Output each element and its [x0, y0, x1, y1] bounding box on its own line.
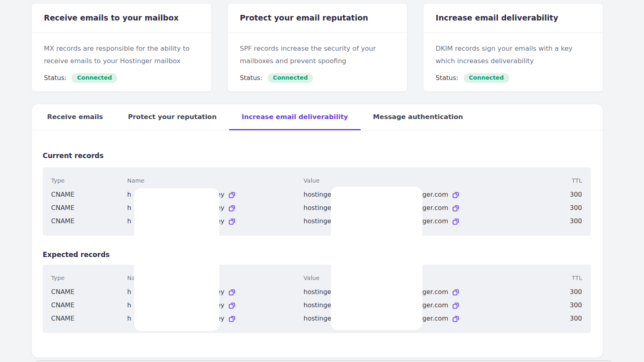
table-row: CNAME h ey hostinge ger.com 300: [51, 312, 582, 325]
record-name-prefix: h: [127, 217, 131, 225]
card-description: SPF records increase the security of you…: [240, 42, 395, 67]
record-value-suffix: ger.com: [422, 217, 448, 225]
record-type: CNAME: [51, 288, 127, 296]
table-row: CNAME h ey hostinge ger.com 300: [51, 214, 582, 228]
record-name-prefix: h: [127, 204, 131, 212]
table-header-row: Type Name Value TTL: [51, 177, 582, 184]
status-badge: Connected: [464, 73, 509, 83]
table-row: CNAME h ey hostinge ger.com 300: [51, 201, 582, 214]
summary-card-receive-emails: Receive emails to your mailbox MX record…: [31, 3, 212, 92]
record-ttl: 300: [550, 288, 582, 296]
status-row: Status: Connected: [240, 73, 395, 83]
current-records-table: Type Name Value TTL CNAME h ey hostinge: [43, 167, 591, 236]
card-body: SPF records increase the security of you…: [228, 33, 407, 83]
column-header-ttl: TTL: [550, 177, 582, 184]
record-ttl: 300: [550, 191, 582, 198]
bottom-divider: [36, 360, 611, 361]
table-row: CNAME h ey hostinge ger.com 300: [51, 188, 582, 201]
status-row: Status: Connected: [436, 73, 591, 83]
record-value-suffix: ger.com: [422, 191, 448, 198]
copy-icon[interactable]: [228, 217, 236, 225]
copy-icon[interactable]: [452, 191, 460, 199]
record-value-suffix: ger.com: [422, 288, 448, 296]
expected-records-table: Type Name Value TTL CNAME h ey hostinge: [43, 265, 591, 333]
column-header-name: Name: [127, 177, 303, 184]
record-ttl: 300: [550, 204, 582, 212]
record-value-suffix: ger.com: [422, 204, 448, 212]
tab-panel-content: Current records Type Name Value TTL CNAM…: [32, 152, 603, 333]
record-value-prefix: hostinge: [303, 288, 331, 296]
status-row: Status: Connected: [44, 73, 199, 83]
tab-receive-emails[interactable]: Receive emails: [35, 104, 116, 130]
column-header-value: Value: [303, 177, 550, 184]
record-value-prefix: hostinge: [303, 191, 331, 198]
record-type: CNAME: [51, 301, 127, 309]
summary-card-email-deliverability: Increase email deliverability DKIM recor…: [423, 3, 603, 92]
record-value-prefix: hostinge: [303, 315, 331, 322]
record-value-suffix: ger.com: [422, 315, 448, 322]
email-dns-settings-page: Receive emails to your mailbox MX record…: [0, 0, 644, 362]
redaction-overlay-value: [331, 187, 422, 330]
summary-card-email-reputation: Protect your email reputation SPF record…: [227, 3, 408, 92]
summary-cards-row: Receive emails to your mailbox MX record…: [31, 3, 603, 92]
record-value-suffix: ger.com: [422, 301, 448, 309]
copy-icon[interactable]: [228, 191, 236, 199]
copy-icon[interactable]: [228, 301, 236, 309]
record-type: CNAME: [51, 191, 127, 198]
table-row: CNAME h ey hostinge ger.com 300: [51, 298, 582, 312]
record-ttl: 300: [550, 301, 582, 309]
table-row: CNAME h ey hostinge ger.com 300: [51, 285, 582, 298]
records-panel: Receive emails Protect your reputation I…: [31, 104, 603, 358]
copy-icon[interactable]: [452, 301, 460, 309]
status-label: Status:: [436, 74, 458, 82]
card-description: DKIM records sign your emails with a key…: [436, 42, 591, 67]
copy-icon[interactable]: [452, 288, 460, 296]
record-value-prefix: hostinge: [303, 204, 331, 212]
status-badge: Connected: [72, 73, 117, 83]
card-title: Receive emails to your mailbox: [32, 4, 211, 33]
column-header-type: Type: [51, 177, 127, 184]
record-ttl: 300: [550, 217, 582, 225]
record-name-prefix: h: [127, 315, 131, 322]
card-body: MX records are responsible for the abili…: [32, 33, 211, 83]
status-label: Status:: [240, 74, 262, 82]
record-value-prefix: hostinge: [303, 301, 331, 309]
card-title: Increase email deliverability: [423, 4, 603, 33]
copy-icon[interactable]: [452, 204, 460, 212]
copy-icon[interactable]: [228, 315, 236, 323]
tab-bar: Receive emails Protect your reputation I…: [32, 104, 603, 130]
redaction-overlay-name: [134, 188, 219, 331]
tab-increase-deliverability[interactable]: Increase email deliverability: [229, 104, 360, 130]
record-type: CNAME: [51, 315, 127, 322]
record-type: CNAME: [51, 217, 127, 225]
record-type: CNAME: [51, 204, 127, 212]
tab-message-authentication[interactable]: Message authentication: [361, 104, 476, 130]
record-value-prefix: hostinge: [303, 217, 331, 225]
copy-icon[interactable]: [452, 217, 460, 225]
card-description: MX records are responsible for the abili…: [44, 42, 199, 67]
card-body: DKIM records sign your emails with a key…: [423, 33, 603, 83]
status-label: Status:: [44, 74, 66, 82]
column-header-type: Type: [51, 275, 127, 281]
record-ttl: 300: [550, 315, 582, 322]
expected-records-heading: Expected records: [43, 251, 591, 259]
copy-icon[interactable]: [228, 204, 236, 212]
record-name-prefix: h: [127, 301, 131, 309]
record-name-prefix: h: [127, 191, 131, 198]
status-badge: Connected: [268, 73, 313, 83]
record-name-prefix: h: [127, 288, 131, 296]
copy-icon[interactable]: [228, 288, 236, 296]
card-title: Protect your email reputation: [228, 4, 407, 33]
column-header-ttl: TTL: [550, 275, 582, 281]
copy-icon[interactable]: [452, 315, 460, 323]
current-records-heading: Current records: [43, 152, 591, 160]
table-header-row: Type Name Value TTL: [51, 275, 582, 281]
tab-protect-reputation[interactable]: Protect your reputation: [116, 104, 229, 130]
